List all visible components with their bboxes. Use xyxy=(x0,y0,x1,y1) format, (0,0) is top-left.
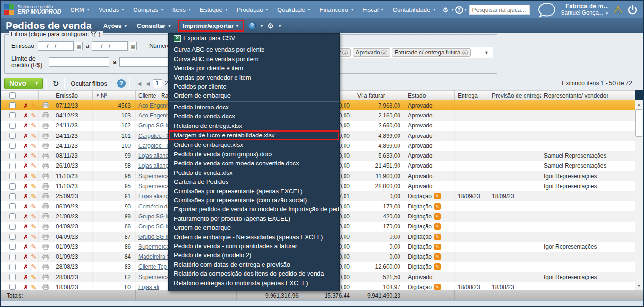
delete-row-icon[interactable]: ✗ xyxy=(23,112,28,119)
header-previsao[interactable]: Previsão de entrega xyxy=(489,91,541,100)
edit-estado-icon[interactable]: ✎ xyxy=(434,234,441,240)
row-checkbox[interactable] xyxy=(9,284,16,290)
row-checkbox[interactable] xyxy=(9,224,16,230)
delete-row-icon[interactable]: ✗ xyxy=(23,284,28,290)
cliente-link[interactable]: Lojas aliança xyxy=(138,163,172,169)
menu-item[interactable]: Pedido de venda (com grupos).docx xyxy=(169,150,339,159)
cliente-link[interactable]: Grupo SG In xyxy=(138,213,170,220)
novo-caret-icon[interactable]: ▼ xyxy=(31,81,42,86)
edit-row-icon[interactable]: ✎ xyxy=(31,172,36,180)
page-help-icon[interactable]: ? xyxy=(248,22,256,30)
edit-row-icon[interactable]: ✎ xyxy=(31,283,36,290)
delete-row-icon[interactable]: ✗ xyxy=(23,223,28,230)
navbar-menu-vendas[interactable]: Vendas▼ xyxy=(94,6,129,13)
remove-pill-icon[interactable]: ✕ xyxy=(342,50,348,55)
edit-row-icon[interactable]: ✎ xyxy=(31,182,36,190)
menu-imprimir-exportar[interactable]: Imprimir/exportar▼ xyxy=(178,20,244,32)
print-row-icon[interactable] xyxy=(42,133,49,139)
edit-row-icon[interactable]: ✎ xyxy=(31,243,36,251)
cliente-link[interactable]: Grupo SG In xyxy=(138,223,170,230)
cliente-link[interactable]: Grupo SG In xyxy=(138,234,170,240)
toolbar-help-icon[interactable]: ? xyxy=(117,79,126,88)
vertical-scrollbar[interactable]: ▲ ▼ xyxy=(635,100,643,290)
menu-item[interactable]: Pedido de venda.docx xyxy=(169,112,339,121)
navbar-menu-estoque[interactable]: Estoque▼ xyxy=(196,6,233,13)
edit-row-icon[interactable]: ✎ xyxy=(31,192,36,200)
delete-row-icon[interactable]: ✗ xyxy=(23,193,28,199)
alert-warning-icon[interactable]: ⚠ xyxy=(613,4,623,16)
delete-row-icon[interactable]: ✗ xyxy=(23,163,28,169)
menu-item[interactable]: Vendas por cliente e item xyxy=(169,63,339,72)
menu-item[interactable]: Exportar pedidos de venda no modelo de i… xyxy=(169,205,339,214)
power-icon[interactable] xyxy=(627,5,638,15)
edit-row-icon[interactable]: ✎ xyxy=(31,223,36,230)
edit-estado-icon[interactable]: ✎ xyxy=(434,193,441,199)
delete-row-icon[interactable]: ✗ xyxy=(23,213,28,220)
row-checkbox[interactable] xyxy=(9,153,16,159)
edit-row-icon[interactable]: ✎ xyxy=(31,162,36,170)
menu-item[interactable]: Curva ABC de vendas por cliente xyxy=(169,45,339,54)
page-help-caret-icon[interactable]: ▼ xyxy=(260,24,263,28)
delete-row-icon[interactable]: ✗ xyxy=(23,173,28,180)
menu-acoes[interactable]: Ações▼ xyxy=(99,22,132,29)
help-icon[interactable]: ? xyxy=(455,6,463,14)
cliente-link[interactable]: Aco Engenha xyxy=(138,112,172,119)
settings-gear-icon[interactable]: ⚙ xyxy=(440,6,450,14)
print-row-icon[interactable] xyxy=(42,244,49,250)
filters-legend[interactable]: Filtros (clique para configurar: ) xyxy=(9,31,103,37)
menu-item[interactable]: Vendas por vendedor e item xyxy=(169,73,339,82)
delete-row-icon[interactable]: ✗ xyxy=(23,133,28,139)
app-logo[interactable]: Sistema de gestão ERP MAXIPROD xyxy=(1,4,66,16)
row-checkbox[interactable] xyxy=(9,203,16,209)
row-checkbox[interactable] xyxy=(9,133,16,139)
cliente-link[interactable]: Grupo SG In xyxy=(138,122,170,129)
current-page[interactable]: 1 xyxy=(153,79,162,88)
cliente-link[interactable]: Cargotec - C xyxy=(138,143,171,149)
user-menu[interactable]: Samuel Gonça... ▼ xyxy=(561,9,609,17)
row-checkbox[interactable] xyxy=(9,102,16,108)
navbar-menu-contabilidade[interactable]: Contabilidade▼ xyxy=(389,6,440,13)
print-row-icon[interactable] xyxy=(42,193,49,199)
delete-row-icon[interactable]: ✗ xyxy=(23,183,28,190)
row-checkbox[interactable] xyxy=(9,123,16,129)
edit-estado-icon[interactable]: ✎ xyxy=(434,284,441,290)
print-row-icon[interactable] xyxy=(42,213,49,219)
delete-row-icon[interactable]: ✗ xyxy=(23,234,28,240)
menu-item[interactable]: Pedido de venda - com quantidades a fatu… xyxy=(169,242,339,251)
cliente-link[interactable]: Aco Engenha xyxy=(138,102,172,109)
refresh-icon[interactable]: ↻ xyxy=(51,79,61,88)
menu-item[interactable]: Relatório com datas de entrega e previsã… xyxy=(169,260,339,269)
menu-item[interactable]: Faturamento por produto (apenas EXCEL) xyxy=(169,214,339,223)
print-row-icon[interactable] xyxy=(42,284,49,290)
menu-item[interactable]: Relatório da composição dos itens do ped… xyxy=(169,269,339,278)
print-row-icon[interactable] xyxy=(42,112,49,118)
navbar-menu-crm[interactable]: CRM▼ xyxy=(66,6,94,13)
cliente-link[interactable]: Lojas aliança xyxy=(138,193,172,199)
row-checkbox[interactable] xyxy=(9,274,16,280)
header-vl-a-faturar[interactable]: Vl a faturar xyxy=(354,91,405,100)
delete-row-icon[interactable]: ✗ xyxy=(23,263,28,270)
menu-item[interactable]: Ordem de embarque xyxy=(169,223,339,232)
menu-item[interactable]: Curva ABC de vendas por item xyxy=(169,54,339,63)
edit-estado-icon[interactable]: ✎ xyxy=(434,223,441,230)
cliente-link[interactable]: Supermercad xyxy=(138,183,172,190)
ocultar-filtros-button[interactable]: Ocultar filtros xyxy=(69,80,109,87)
header-numero[interactable]: ▼Nº xyxy=(93,91,136,100)
company-link[interactable]: Fábrica de m... xyxy=(561,2,609,9)
delete-row-icon[interactable]: ✗ xyxy=(23,203,28,210)
novo-button[interactable]: Novo▼ xyxy=(4,78,43,89)
edit-row-icon[interactable]: ✎ xyxy=(31,233,36,241)
row-checkbox[interactable] xyxy=(9,143,16,149)
row-checkbox[interactable] xyxy=(9,244,16,250)
cliente-link[interactable]: Lojas aliança xyxy=(138,153,172,159)
cliente-link[interactable]: Lojas ali xyxy=(138,284,159,290)
print-row-icon[interactable] xyxy=(42,264,49,270)
edit-row-icon[interactable]: ✎ xyxy=(31,112,36,119)
menu-item[interactable]: Comissões por representante (com razão s… xyxy=(169,196,339,205)
help-search-input[interactable] xyxy=(469,5,530,15)
row-checkbox[interactable] xyxy=(9,234,16,240)
menu-item[interactable]: Relatório entregas do motorista (apenas … xyxy=(169,279,339,288)
page-gear-icon[interactable]: ⚙ xyxy=(267,21,274,30)
edit-row-icon[interactable]: ✎ xyxy=(31,102,36,109)
menu-item[interactable]: Ordem de embarque xyxy=(169,91,339,100)
